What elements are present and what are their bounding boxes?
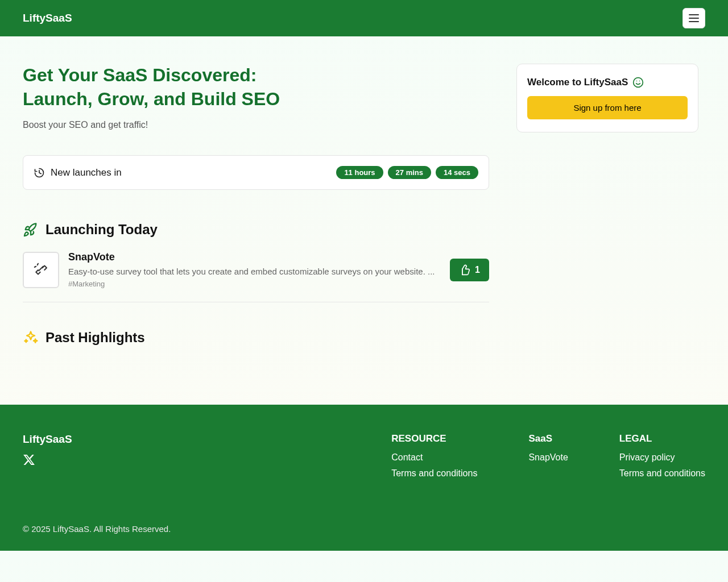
page-headline: Get Your SaaS Discovered: Launch, Grow, … bbox=[23, 64, 489, 111]
launch-tag[interactable]: #Marketing bbox=[68, 280, 441, 288]
hamburger-icon bbox=[689, 14, 699, 22]
footer-col-heading: LEGAL bbox=[619, 433, 705, 444]
x-icon bbox=[23, 454, 72, 466]
svg-point-6 bbox=[634, 78, 643, 88]
footer-col-heading: SaaS bbox=[528, 433, 568, 444]
footer-link-snapvote[interactable]: SnapVote bbox=[528, 452, 568, 463]
signup-card: Welcome to LiftySaaS Sign up from here bbox=[516, 64, 698, 132]
upvote-count: 1 bbox=[475, 265, 480, 275]
svg-line-4 bbox=[38, 263, 38, 265]
page-subhead: Boost your SEO and get traffic! bbox=[23, 120, 489, 130]
signup-button[interactable]: Sign up from here bbox=[527, 96, 688, 119]
smile-icon bbox=[632, 77, 644, 88]
twitter-link[interactable] bbox=[23, 454, 72, 466]
footer-link-terms[interactable]: Terms and conditions bbox=[619, 468, 705, 479]
clock-icon bbox=[34, 167, 45, 178]
rocket-icon bbox=[23, 222, 39, 238]
launch-name: SnapVote bbox=[68, 251, 441, 263]
snap-icon bbox=[32, 261, 49, 278]
sparkles-icon bbox=[23, 330, 39, 346]
copyright: © 2025 LiftySaaS. All Rights Reserved. bbox=[23, 524, 705, 534]
launch-thumb bbox=[23, 252, 59, 288]
logo[interactable]: LiftySaaS bbox=[23, 12, 72, 24]
footer-link-privacy[interactable]: Privacy policy bbox=[619, 452, 705, 463]
section-title-launching: Launching Today bbox=[46, 222, 158, 238]
thumbs-up-icon bbox=[459, 264, 470, 276]
countdown-label: New launches in bbox=[51, 167, 122, 178]
section-title-past: Past Highlights bbox=[46, 330, 145, 346]
launch-item[interactable]: SnapVote Easy-to-use survey tool that le… bbox=[23, 251, 489, 302]
upvote-button[interactable]: 1 bbox=[450, 259, 489, 281]
countdown-chip: 27 mins bbox=[388, 166, 431, 179]
countdown-card: New launches in 11 hours 27 mins 14 secs bbox=[23, 155, 489, 190]
svg-line-5 bbox=[35, 266, 36, 267]
countdown-chip: 11 hours bbox=[336, 166, 383, 179]
footer-link-contact[interactable]: Contact bbox=[391, 452, 477, 463]
footer-link-terms[interactable]: Terms and conditions bbox=[391, 468, 477, 479]
launch-description: Easy-to-use survey tool that lets you cr… bbox=[68, 267, 441, 276]
footer-logo[interactable]: LiftySaaS bbox=[23, 433, 72, 446]
svg-line-3 bbox=[39, 266, 43, 271]
footer-col-heading: RESOURCE bbox=[391, 433, 477, 444]
menu-button[interactable] bbox=[682, 8, 705, 28]
welcome-text: Welcome to LiftySaaS bbox=[527, 77, 628, 88]
countdown-chip: 14 secs bbox=[436, 166, 478, 179]
